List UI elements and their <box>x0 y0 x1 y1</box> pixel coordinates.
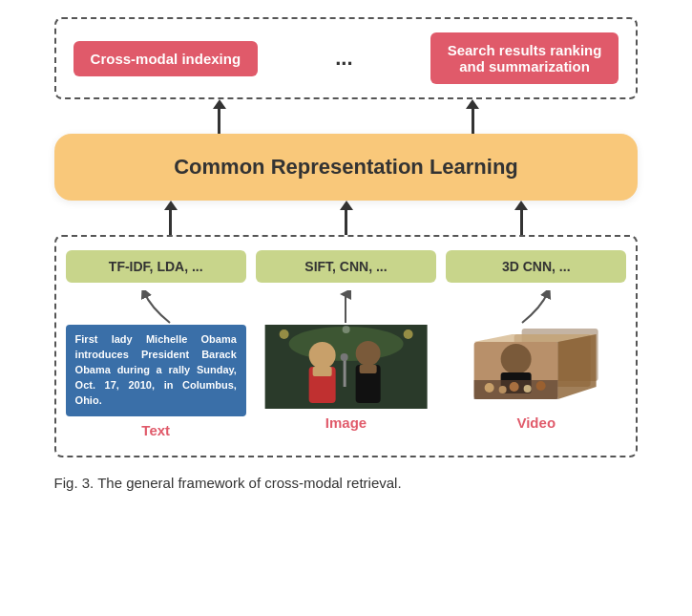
svg-point-10 <box>340 353 347 361</box>
straight-arrow-image <box>331 290 360 325</box>
video-feature-box: 3D CNN, ... <box>446 250 626 283</box>
svg-marker-26 <box>558 334 597 399</box>
top-dots: ... <box>258 46 430 71</box>
top-arrows-row <box>54 99 639 134</box>
svg-point-11 <box>279 329 288 339</box>
cross-modal-indexing-box: Cross-modal indexing <box>73 41 259 76</box>
text-media-item: First lady Michelle Obama introduces Pre… <box>66 325 246 438</box>
svg-point-20 <box>485 383 494 393</box>
arrow-mid-right <box>514 201 528 210</box>
arrow-line-mid-left <box>169 210 172 235</box>
obama-photo-svg <box>256 325 436 409</box>
fig-caption: Fig. 3. The general framework of cross-m… <box>54 475 639 491</box>
inner-arrows-row <box>66 290 627 325</box>
svg-point-24 <box>536 381 546 391</box>
curved-arrow-text <box>127 290 184 325</box>
video-cube-svg <box>446 325 626 409</box>
image-arrow-col <box>256 290 436 325</box>
svg-point-22 <box>510 382 519 392</box>
image-media-item: Image <box>256 325 436 431</box>
arrow-line-left <box>218 109 220 134</box>
svg-point-17 <box>501 344 532 374</box>
svg-point-3 <box>308 342 335 369</box>
text-arrow-col <box>66 290 246 325</box>
svg-rect-9 <box>343 358 346 387</box>
video-arrow-col <box>446 290 626 325</box>
arrow-mid-left <box>164 201 178 210</box>
text-block: First lady Michelle Obama introduces Pre… <box>66 325 246 416</box>
arrow-up-right <box>466 99 479 109</box>
video-media-item: Video <box>446 325 626 431</box>
image-feature-box: SIFT, CNN, ... <box>256 250 436 283</box>
svg-point-21 <box>499 386 507 393</box>
arrow-line-right <box>472 109 474 134</box>
svg-rect-5 <box>312 367 331 376</box>
svg-point-6 <box>355 341 380 366</box>
diagram-container: Cross-modal indexing ... Search results … <box>29 17 663 457</box>
text-feature-box: TF-IDF, LDA, ... <box>66 250 246 283</box>
crl-label: Common Representation Learning <box>174 155 518 179</box>
svg-point-12 <box>403 329 412 339</box>
top-dashed-box: Cross-modal indexing ... Search results … <box>54 17 639 99</box>
svg-point-13 <box>342 326 349 333</box>
svg-rect-8 <box>359 365 376 373</box>
video-label: Video <box>516 414 556 431</box>
text-label: Text <box>141 422 170 438</box>
video-cube <box>446 325 626 409</box>
mid-arrows-row <box>54 201 639 235</box>
arrow-line-mid-center <box>345 210 347 235</box>
curved-arrow-video <box>508 290 565 325</box>
image-label: Image <box>325 414 367 431</box>
modality-labels-row: TF-IDF, LDA, ... SIFT, CNN, ... 3D CNN, … <box>66 250 627 283</box>
crl-box: Common Representation Learning <box>54 134 639 201</box>
arrow-mid-center <box>340 201 353 210</box>
obama-photo <box>256 325 436 409</box>
svg-point-23 <box>524 385 532 393</box>
bottom-dashed-box: TF-IDF, LDA, ... SIFT, CNN, ... 3D CNN, … <box>54 235 639 457</box>
media-row: First lady Michelle Obama introduces Pre… <box>66 325 627 438</box>
arrow-up-left <box>213 99 226 109</box>
search-results-box: Search results ranking and summarization <box>430 32 619 84</box>
arrow-line-mid-right <box>520 210 523 235</box>
